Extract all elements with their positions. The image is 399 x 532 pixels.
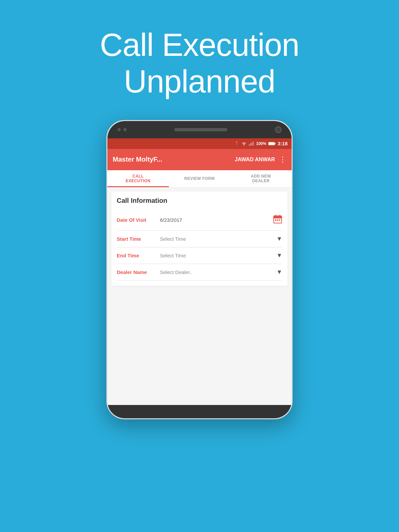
phone-mockup: 📍 100% bbox=[106, 120, 293, 419]
dealer-name-row[interactable]: Dealer Name Select Dealer.. ▼ bbox=[117, 264, 282, 281]
app-bar: Master MoltyF... JAWAD ANWAR ⋮ bbox=[107, 149, 292, 170]
svg-rect-4 bbox=[253, 142, 254, 146]
phone-dots bbox=[117, 128, 127, 131]
phone-camera bbox=[275, 126, 282, 133]
start-time-arrow[interactable]: ▼ bbox=[276, 235, 282, 242]
phone-dot-1 bbox=[117, 128, 121, 131]
start-time-row[interactable]: Start Time Select Time ▼ bbox=[117, 231, 282, 247]
content-area: Call Information Date Of Visit 6/23/2017 bbox=[107, 188, 292, 405]
start-time-placeholder: Select Time bbox=[160, 236, 276, 242]
card-title: Call Information bbox=[117, 197, 282, 204]
date-of-visit-row[interactable]: Date Of Visit 6/23/2017 bbox=[117, 210, 282, 231]
svg-rect-7 bbox=[269, 143, 274, 145]
location-icon: 📍 bbox=[234, 141, 239, 146]
battery-icon bbox=[268, 142, 276, 146]
wifi-icon bbox=[241, 142, 247, 146]
svg-rect-6 bbox=[275, 143, 275, 144]
date-of-visit-value: 6/23/2017 bbox=[160, 217, 273, 223]
dealer-name-placeholder: Select Dealer.. bbox=[160, 269, 276, 275]
status-icons: 📍 100% bbox=[234, 141, 288, 146]
tab-add-new-dealer[interactable]: ADD NEW DEALER bbox=[230, 170, 292, 187]
phone-top-bar bbox=[107, 121, 292, 138]
status-time: 3:18 bbox=[278, 141, 288, 146]
start-time-label: Start Time bbox=[117, 236, 160, 242]
svg-rect-14 bbox=[279, 219, 280, 221]
user-name: JAWAD ANWAR bbox=[235, 157, 275, 163]
tab-call-execution[interactable]: CALL EXECUTION bbox=[107, 170, 169, 187]
svg-rect-12 bbox=[275, 219, 276, 221]
phone-shell: 📍 100% bbox=[106, 120, 293, 419]
battery-percent: 100% bbox=[256, 141, 266, 146]
svg-rect-13 bbox=[277, 219, 278, 221]
svg-rect-9 bbox=[274, 216, 282, 218]
phone-bottom-bar bbox=[107, 405, 292, 418]
dealer-name-label: Dealer Name bbox=[117, 269, 160, 275]
call-information-card: Call Information Date Of Visit 6/23/2017 bbox=[111, 192, 288, 286]
end-time-arrow[interactable]: ▼ bbox=[276, 252, 282, 259]
page-background: Call Execution Unplanned 📍 bbox=[0, 0, 399, 532]
app-title: Master MoltyF... bbox=[113, 156, 235, 163]
end-time-placeholder: Select Time bbox=[160, 253, 276, 258]
status-bar: 📍 100% bbox=[107, 138, 292, 149]
end-time-dropdown[interactable]: Select Time ▼ bbox=[160, 252, 282, 259]
svg-rect-1 bbox=[249, 144, 250, 146]
phone-speaker bbox=[174, 128, 227, 131]
svg-rect-2 bbox=[250, 143, 251, 146]
end-time-row[interactable]: End Time Select Time ▼ bbox=[117, 247, 282, 264]
tabs-bar: CALL EXECUTION REVIEW FORM ADD NEW DEALE… bbox=[107, 170, 292, 188]
menu-icon[interactable]: ⋮ bbox=[279, 155, 286, 164]
calendar-icon[interactable] bbox=[273, 214, 282, 226]
dealer-name-arrow[interactable]: ▼ bbox=[276, 269, 282, 276]
start-time-dropdown[interactable]: Select Time ▼ bbox=[160, 235, 282, 242]
svg-rect-3 bbox=[251, 142, 252, 146]
page-title: Call Execution Unplanned bbox=[100, 27, 299, 100]
signal-icon bbox=[249, 142, 254, 146]
date-of-visit-label: Date Of Visit bbox=[117, 217, 160, 223]
phone-screen: 📍 100% bbox=[107, 138, 292, 405]
svg-point-0 bbox=[244, 145, 244, 145]
tab-review-form[interactable]: REVIEW FORM bbox=[169, 170, 230, 187]
end-time-label: End Time bbox=[117, 253, 160, 258]
phone-dot-2 bbox=[123, 128, 127, 131]
dealer-name-dropdown[interactable]: Select Dealer.. ▼ bbox=[160, 269, 282, 276]
